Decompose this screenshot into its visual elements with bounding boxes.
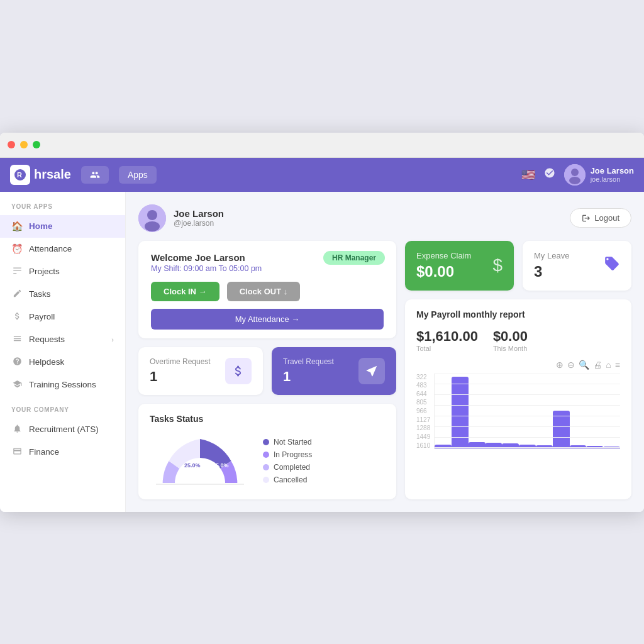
payroll-month-label: This Month <box>493 345 528 352</box>
bar-2 <box>469 442 486 448</box>
clock-buttons: Clock IN → Clock OUT ↓ <box>151 282 384 301</box>
svg-text:25.0%: 25.0% <box>184 462 201 469</box>
apps-label: Apps <box>128 170 148 180</box>
bar-5 <box>519 445 536 448</box>
bar-8 <box>570 445 587 448</box>
expense-card: Expense Claim $0.00 $ <box>405 241 514 291</box>
flag-button[interactable]: 🇺🇸 <box>521 168 535 182</box>
user-header-info: Joe Larson joe.larson <box>564 164 634 186</box>
overtime-value: 1 <box>150 369 211 385</box>
payroll-icon <box>11 311 23 323</box>
training-icon <box>11 379 23 391</box>
recruitment-icon <box>11 424 23 435</box>
logo-icon: R <box>10 165 30 185</box>
bar-10 <box>603 447 620 448</box>
zoom-minus-icon[interactable]: ⊖ <box>567 360 575 370</box>
sidebar-item-training[interactable]: Training Sessions <box>0 374 125 396</box>
user-handle-header: joe.larson <box>591 175 634 183</box>
user-name-header: Joe Larson <box>591 166 634 176</box>
sidebar-item-recruitment[interactable]: Recruitment (ATS) <box>0 418 125 441</box>
browser-minimize[interactable] <box>20 141 28 148</box>
sidebar-item-payroll[interactable]: Payroll <box>0 306 125 328</box>
payroll-title: My Payroll monthly report <box>416 309 620 319</box>
attendance-bar[interactable]: My Attendance → <box>151 309 384 330</box>
stats-row: Overtime Request 1 Travel Request 1 <box>138 347 396 395</box>
chart-label-966: 966 <box>416 408 430 414</box>
apps-button[interactable]: Apps <box>119 166 157 184</box>
pie-legend: Not Started In Progress Completed <box>263 438 312 484</box>
svg-point-7 <box>145 221 160 231</box>
browser-bar <box>0 133 644 158</box>
user-profile-row: Joe Larson @joe.larson Logout <box>138 204 631 232</box>
legend-in-progress: In Progress <box>263 450 312 459</box>
legend-label-not-started: Not Started <box>274 438 312 447</box>
svg-text:25.0%: 25.0% <box>213 462 229 469</box>
menu-chart-icon[interactable]: ≡ <box>615 360 620 370</box>
sidebar-training-label: Training Sessions <box>29 380 96 389</box>
sidebar-tasks-label: Tasks <box>29 289 51 299</box>
money-icon <box>231 364 245 378</box>
gridline-1 <box>435 374 620 374</box>
sidebar-item-home[interactable]: 🏠 Home <box>0 215 125 238</box>
sidebar-item-requests[interactable]: Requests › <box>0 328 125 351</box>
clock-in-button[interactable]: Clock IN → <box>151 282 219 301</box>
welcome-card: Welcome Joe Larson My Shift: 09:00 am To… <box>138 241 396 338</box>
people-icon-btn[interactable] <box>81 166 109 184</box>
tasks-card: Tasks Status <box>138 404 396 499</box>
home-icon: 🏠 <box>11 221 23 232</box>
logo-text: hrsale <box>34 167 71 182</box>
logout-icon <box>582 214 591 223</box>
sidebar-item-attendance[interactable]: ⏰ Attendance <box>0 238 125 260</box>
svg-point-4 <box>569 177 580 184</box>
print-icon[interactable]: 🖨 <box>593 360 602 370</box>
zoom-plus-icon[interactable]: ⊕ <box>556 360 564 370</box>
sidebar-requests-label: Requests <box>29 335 65 344</box>
logo[interactable]: R hrsale <box>10 165 71 185</box>
attendance-icon: ⏰ <box>11 243 23 255</box>
sidebar-item-finance[interactable]: Finance <box>0 441 125 464</box>
travel-icon-box <box>358 358 385 384</box>
payroll-amounts: $1,610.00 Total $0.00 This Month <box>416 328 620 352</box>
sidebar-item-helpdesk[interactable]: Helpdesk <box>0 351 125 374</box>
leave-tag-icon <box>604 255 620 276</box>
chart-label-1288: 1288 <box>416 425 430 431</box>
helpdesk-icon <box>11 357 23 368</box>
bar-9 <box>586 446 603 448</box>
sidebar-recruitment-label: Recruitment (ATS) <box>29 425 99 434</box>
svg-point-6 <box>147 210 157 220</box>
sidebar-attendance-label: Attendance <box>29 244 72 253</box>
overtime-label: Overtime Request <box>150 357 211 366</box>
search-chart-icon[interactable]: 🔍 <box>579 360 589 370</box>
home-chart-icon[interactable]: ⌂ <box>606 360 611 370</box>
pie-chart: 25.0% 25.0% <box>150 433 250 489</box>
bar-3 <box>486 443 502 448</box>
svg-text:R: R <box>17 171 22 179</box>
bar-chart-wrap <box>434 374 620 449</box>
sidebar-item-projects[interactable]: Projects <box>0 260 125 283</box>
chart-label-1127: 1127 <box>416 416 430 423</box>
user-avatar-header <box>564 164 586 186</box>
clock-out-button[interactable]: Clock OUT ↓ <box>227 282 301 301</box>
browser-close[interactable] <box>8 141 15 148</box>
logout-button[interactable]: Logout <box>570 208 631 228</box>
user-name-main: Joe Larson <box>174 208 224 219</box>
sidebar-item-tasks[interactable]: Tasks <box>0 283 125 306</box>
travel-value: 1 <box>283 369 334 385</box>
travel-card: Travel Request 1 <box>272 347 396 395</box>
requests-arrow-icon: › <box>111 336 114 343</box>
legend-dot-not-started <box>263 439 269 445</box>
payroll-total-value: $1,610.00 <box>416 328 478 345</box>
legend-label-cancelled: Cancelled <box>274 475 307 484</box>
browser-maximize[interactable] <box>33 141 40 148</box>
hr-manager-badge: HR Manager <box>323 251 385 265</box>
overtime-icon-box <box>225 358 252 384</box>
people-icon <box>90 170 100 180</box>
check-button[interactable] <box>544 167 555 182</box>
main-layout: YOUR APPS 🏠 Home ⏰ Attendance Projects T… <box>0 192 644 512</box>
right-column: Expense Claim $0.00 $ My Leave 3 <box>405 241 631 499</box>
finance-icon <box>11 447 23 458</box>
overtime-card: Overtime Request 1 <box>138 347 263 395</box>
legend-label-in-progress: In Progress <box>274 450 312 459</box>
legend-cancelled: Cancelled <box>263 475 312 484</box>
legend-completed: Completed <box>263 463 312 472</box>
